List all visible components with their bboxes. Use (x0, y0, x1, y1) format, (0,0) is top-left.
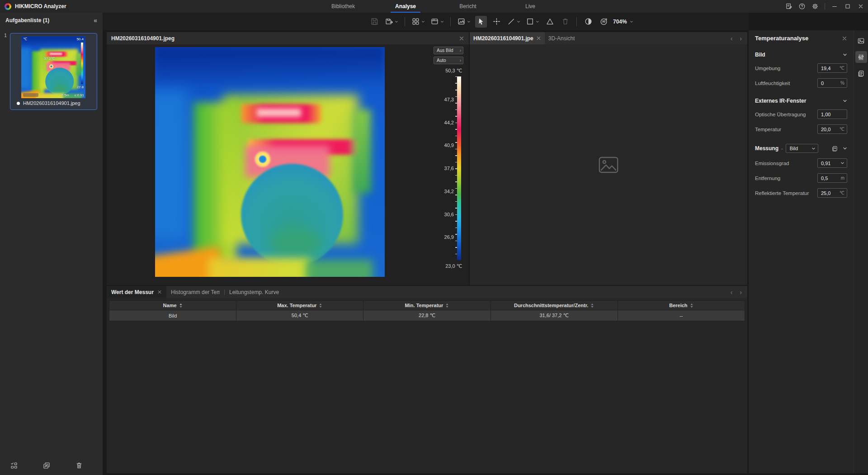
multi-select-icon[interactable] (8, 460, 20, 471)
field-emissionsgrad-label: Emissionsgrad (755, 161, 789, 166)
tabs-next-icon[interactable]: › (740, 289, 742, 296)
field-reflektierte-temperatur: Reflektierte Temperatur 25,0 ℃ (755, 188, 847, 198)
image-placeholder-icon (599, 157, 618, 173)
tab-close-icon[interactable] (536, 36, 541, 41)
thermal-thumbnail[interactable]: ℃ 50.4 37.2℃ 22.8 0.5m ε:0.91 (21, 36, 85, 98)
secondary-tab-arrows: ‹ › (731, 35, 747, 42)
minimize-button[interactable] (831, 3, 838, 10)
spot-measure-button[interactable] (491, 16, 502, 28)
chevron-down-icon[interactable] (843, 99, 847, 103)
window-layout-button[interactable] (429, 16, 445, 28)
toolbar-divider (405, 17, 405, 26)
section-bild[interactable]: Bild (755, 52, 847, 58)
chevron-down-icon[interactable] (843, 52, 847, 57)
entfernung-input[interactable]: 0,5 m (817, 173, 847, 183)
analysis-close-icon[interactable] (842, 36, 847, 41)
chevron-down-icon (840, 161, 844, 165)
tabs-prev-icon[interactable]: ‹ (731, 35, 733, 42)
tabs-next-icon[interactable]: › (740, 35, 742, 42)
col-header-bereich[interactable]: Bereich (618, 301, 745, 310)
palette-button[interactable] (456, 16, 472, 28)
section-messung: Messung - Bild (755, 144, 847, 153)
tabs-prev-icon[interactable]: ‹ (731, 289, 733, 296)
cell-min: 22,8 ℃ (363, 310, 491, 321)
close-button[interactable] (857, 3, 864, 10)
level-mode-dropdown[interactable]: Auto › (434, 57, 463, 64)
section-ir-fenster[interactable]: Externes IR-Fenster (755, 98, 847, 104)
optische-uebertragung-input[interactable]: 1,00 (817, 109, 847, 119)
settings-icon[interactable] (811, 3, 819, 10)
umgebung-input[interactable]: 19,4 ℃ (817, 63, 847, 73)
task-item-card[interactable]: ℃ 50.4 37.2℃ 22.8 0.5m ε:0.91 HM20260316… (10, 33, 97, 110)
luftfeuchtigkeit-input[interactable]: 0 % (817, 78, 847, 88)
rotate-button[interactable]: 90 (598, 16, 609, 28)
thermal-image[interactable] (155, 47, 385, 277)
save-button[interactable] (368, 16, 380, 28)
tab-histogramm[interactable]: Histogramm der Tempera (166, 286, 224, 298)
cell-range: -- (618, 310, 745, 321)
layout-grid-button[interactable] (410, 16, 426, 28)
collapse-sidebar-icon[interactable]: « (94, 17, 97, 24)
secondary-tab-3d[interactable]: 3D-Ansicht (545, 32, 579, 44)
tab-leitungstemp[interactable]: Leitungstemp. Kurve (225, 286, 283, 298)
col-header-name[interactable]: Name (109, 301, 236, 310)
section-bild-title: Bild (755, 52, 765, 58)
section-ir-title: Externes IR-Fenster (755, 98, 806, 104)
contrast-button[interactable] (582, 16, 594, 28)
nav-tab-live[interactable]: Live (499, 0, 561, 13)
image-info-icon[interactable] (855, 35, 867, 47)
window-controls-divider (825, 3, 825, 10)
nav-tab-bibliothek[interactable]: Bibliothek (312, 0, 374, 13)
polygon-measure-button[interactable] (544, 16, 556, 28)
sort-icon[interactable] (319, 303, 322, 308)
delete-measure-button[interactable] (559, 16, 571, 28)
thumb-colorbar (81, 43, 83, 84)
palette-source-dropdown[interactable]: Aus Bild › (434, 47, 463, 54)
maximize-button[interactable] (844, 3, 851, 10)
temperatur-input[interactable]: 20,0 ℃ (817, 124, 847, 134)
analysis-settings-icon[interactable] (855, 51, 867, 63)
field-optische-uebertragung: Optische Übertragung 1,00 (755, 109, 847, 119)
right-tool-strip (854, 30, 868, 473)
emissionsgrad-dropdown[interactable]: 0,91 (817, 158, 847, 168)
secondary-tab-image[interactable]: HM20260316104901.jpe (470, 32, 545, 44)
chevron-right-icon: › (460, 48, 461, 53)
temperature-scalebar[interactable]: 50,3 ℃ 47,3 44,2 40,9 37,6 34,2 30,6 26,… (422, 68, 464, 271)
reflektierte-value: 25,0 (821, 190, 830, 196)
viewer-tab-close-icon[interactable] (459, 36, 464, 41)
apply-to-all-icon[interactable] (831, 145, 838, 152)
col-header-avg[interactable]: Durchschnittstemperatur/Zentr. (491, 301, 618, 310)
nav-tab-bericht[interactable]: Bericht (437, 0, 499, 13)
sort-icon[interactable] (445, 303, 449, 308)
scale-gradient-bar[interactable] (457, 76, 461, 260)
help-icon[interactable] (798, 3, 806, 10)
viewer-tab-label[interactable]: HM20260316104901.jpeg (111, 35, 175, 42)
sort-icon[interactable] (690, 303, 693, 308)
viewer-tabbar: HM20260316104901.jpeg (107, 32, 469, 44)
rect-measure-button[interactable] (525, 16, 540, 28)
tab-wert-der-messung[interactable]: Wert der Messung (107, 286, 166, 298)
save-as-button[interactable] (384, 16, 399, 28)
tab-wert-label: Wert der Messung (111, 289, 154, 295)
chevron-down-icon[interactable] (843, 146, 847, 151)
select-tool-button[interactable] (475, 16, 487, 28)
cell-name: Bild (109, 310, 236, 321)
analysis-toolbar: 90 704% (103, 13, 749, 30)
col-header-max[interactable]: Max. Temperatur (236, 301, 363, 310)
sort-icon[interactable] (179, 303, 183, 308)
field-entfernung-label: Entfernung (755, 176, 780, 181)
tab-close-icon[interactable] (157, 290, 162, 294)
line-measure-button[interactable] (506, 16, 521, 28)
scale-tick-marks (455, 76, 457, 260)
table-row[interactable]: Bild 50,4 ℃ 22,8 ℃ 31,6/ 37,2 ℃ -- (109, 310, 745, 321)
delete-task-icon[interactable] (73, 460, 85, 471)
reflektierte-temperatur-input[interactable]: 25,0 ℃ (817, 188, 847, 198)
batch-export-icon[interactable] (41, 460, 52, 471)
zoom-level-dropdown[interactable]: 704% (613, 19, 633, 25)
nav-tab-analyse[interactable]: Analyse (374, 0, 437, 13)
messung-target-select[interactable]: Bild (786, 144, 818, 153)
notes-list-icon[interactable] (855, 67, 867, 79)
col-header-min[interactable]: Min. Temperatur (363, 301, 491, 310)
sort-icon[interactable] (590, 303, 594, 308)
feedback-icon[interactable] (785, 3, 793, 10)
